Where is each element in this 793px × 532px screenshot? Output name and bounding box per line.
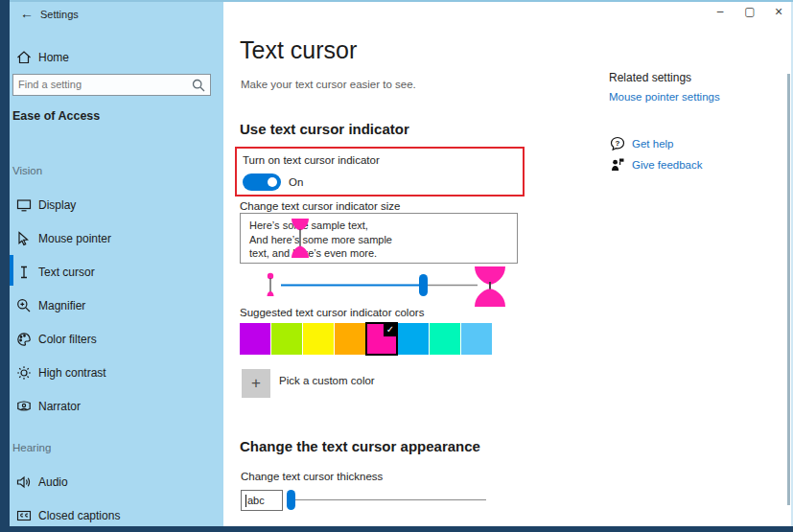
- mouse-pointer-icon: [16, 231, 32, 246]
- toggle-knob: [268, 177, 277, 187]
- sidebar-item-closed-captions[interactable]: Closed captions: [10, 498, 223, 532]
- close-button[interactable]: ×: [768, 3, 789, 20]
- sidebar-item-color-filters[interactable]: Color filters: [10, 322, 223, 356]
- sidebar-item-label: Color filters: [38, 333, 97, 346]
- color-swatch[interactable]: ✓: [335, 323, 365, 355]
- pick-custom-color-label: Pick a custom color: [279, 375, 375, 386]
- sidebar-group-hearing: Hearing: [12, 442, 51, 453]
- toggle-label: Turn on text cursor indicator: [243, 154, 380, 166]
- sidebar-item-narrator[interactable]: Narrator: [10, 389, 223, 423]
- display-icon: [16, 197, 32, 213]
- page-subtitle: Make your text cursor easier to see.: [241, 79, 416, 90]
- page-title: Text cursor: [240, 36, 357, 64]
- color-swatch[interactable]: ✓: [303, 323, 334, 355]
- section-heading-indicator: Use text cursor indicator: [240, 121, 409, 137]
- sidebar-group-vision: Vision: [12, 165, 42, 176]
- color-swatch-row: ✓ ✓ ✓ ✓ ✓ ✓ ✓ ✓: [240, 323, 499, 355]
- sidebar-item-label: Narrator: [38, 400, 81, 413]
- check-icon: ✓: [384, 323, 397, 336]
- toggle-state-label: On: [289, 176, 303, 188]
- indicator-size-label: Change text cursor indicator size: [240, 200, 400, 212]
- narrator-icon: [16, 399, 32, 414]
- sidebar-item-label: Audio: [38, 475, 68, 489]
- give-feedback-icon: [611, 157, 625, 172]
- color-swatch[interactable]: ✓: [398, 323, 429, 355]
- sidebar-item-label: Home: [38, 51, 69, 64]
- sidebar-item-audio[interactable]: Audio: [10, 465, 223, 498]
- thickness-slider-thumb[interactable]: [287, 490, 295, 510]
- sidebar-item-label: Magnifier: [38, 299, 85, 312]
- search-icon[interactable]: [192, 79, 205, 92]
- text-cursor-caret: [245, 495, 246, 507]
- color-swatch-selected[interactable]: ✓: [366, 323, 397, 355]
- back-button[interactable]: ←: [18, 6, 35, 21]
- vertical-scrollbar[interactable]: [787, 74, 790, 505]
- large-indicator: [475, 266, 505, 307]
- high-contrast-icon: [16, 365, 32, 381]
- app-title: Settings: [40, 9, 79, 20]
- text-cursor-icon: [16, 265, 32, 280]
- pick-custom-color-button[interactable]: +: [242, 369, 270, 398]
- sidebar-item-label: Text cursor: [38, 266, 95, 279]
- get-help-link[interactable]: Get help: [632, 138, 673, 150]
- search-input[interactable]: [18, 76, 191, 93]
- sidebar-item-label: High contrast: [38, 366, 106, 380]
- color-filters-icon: [16, 332, 32, 347]
- sidebar-item-home[interactable]: Home: [10, 40, 223, 74]
- text-cursor-indicator-preview: [289, 219, 312, 258]
- related-settings-heading: Related settings: [609, 71, 691, 84]
- closed-captions-icon: [16, 508, 32, 523]
- thickness-slider-track[interactable]: [295, 499, 486, 501]
- mouse-pointer-settings-link[interactable]: Mouse pointer settings: [609, 91, 720, 103]
- give-feedback-link[interactable]: Give feedback: [632, 159, 703, 171]
- sidebar-item-text-cursor[interactable]: Text cursor: [10, 255, 223, 289]
- sidebar-item-label: Closed captions: [38, 509, 120, 522]
- sidebar-item-high-contrast[interactable]: High contrast: [10, 356, 223, 389]
- sidebar-item-label: Mouse pointer: [38, 232, 111, 245]
- sidebar-item-label: Display: [38, 198, 76, 212]
- color-swatch[interactable]: ✓: [430, 323, 460, 355]
- color-swatch[interactable]: ✓: [271, 323, 302, 355]
- home-icon: [16, 50, 32, 65]
- minimize-button[interactable]: –: [710, 3, 731, 20]
- section-heading-appearance: Change the text cursor appearance: [240, 438, 480, 454]
- sidebar-item-mouse-pointer[interactable]: Mouse pointer: [10, 221, 223, 255]
- color-swatch[interactable]: ✓: [461, 323, 492, 355]
- search-box: [12, 74, 211, 96]
- sidebar-item-display[interactable]: Display: [10, 188, 223, 221]
- slider-thumb: [419, 274, 428, 296]
- get-help-icon: ?: [610, 136, 625, 151]
- window-frame-left: [0, 0, 10, 532]
- thickness-preview-box: abc: [241, 490, 283, 511]
- sample-text-box: Here’s some sample text, And here’s some…: [240, 213, 518, 264]
- thickness-label: Change text cursor thickness: [241, 471, 383, 482]
- audio-icon: [16, 474, 32, 490]
- thickness-slider[interactable]: [287, 489, 488, 512]
- sidebar-section-header: Ease of Access: [12, 109, 100, 123]
- indicator-toggle[interactable]: [243, 173, 281, 191]
- thickness-preview-text: abc: [247, 495, 265, 506]
- maximize-button[interactable]: ▢: [739, 3, 760, 20]
- indicator-size-slider[interactable]: [240, 265, 518, 309]
- settings-sidebar: ← Settings Home Ease of Access Vision Di…: [10, 2, 223, 526]
- magnifier-icon: [16, 298, 32, 313]
- suggested-colors-label: Suggested text cursor indicator colors: [240, 307, 424, 318]
- svg-text:?: ?: [616, 139, 620, 148]
- color-swatch[interactable]: ✓: [240, 323, 270, 355]
- sidebar-item-magnifier[interactable]: Magnifier: [10, 289, 223, 322]
